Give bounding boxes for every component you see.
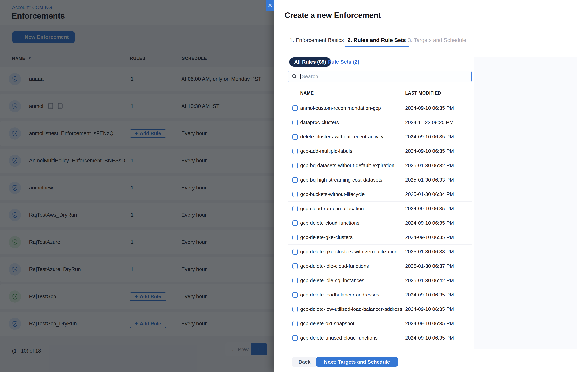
rule-column-name: NAME	[300, 90, 314, 96]
rule-checkbox[interactable]	[293, 105, 298, 111]
rule-list-header: NAME LAST MODIFIED	[288, 89, 472, 101]
rule-checkbox[interactable]	[293, 192, 298, 197]
wizard-tabs: 1. Enforcement Basics 2. Rules and Rule …	[274, 33, 588, 47]
rule-checkbox[interactable]	[293, 249, 298, 254]
rule-last-modified: 2024-09-10 06:35 PM	[405, 302, 454, 316]
search-placeholder: Search	[302, 74, 318, 80]
rule-last-modified: 2024-09-10 06:35 PM	[405, 331, 454, 345]
search-icon	[292, 74, 297, 79]
rule-checkbox[interactable]	[293, 306, 298, 312]
search-input[interactable]: Search	[288, 71, 472, 82]
rule-last-modified: 2024-09-10 06:35 PM	[405, 317, 454, 331]
all-rules-toggle[interactable]: All Rules (89)	[289, 57, 331, 66]
rule-name: dataproc-clusters	[300, 115, 339, 130]
rule-checkbox[interactable]	[293, 149, 298, 154]
rule-list-item[interactable]: anmol-custom-recommendation-gcp 2024-09-…	[288, 101, 472, 115]
rule-list-item[interactable]: gcp-bq-datasets-without-default-expirati…	[288, 158, 472, 173]
rule-last-modified: 2025-01-30 06:34 PM	[405, 187, 454, 201]
rule-list-item[interactable]: dataproc-clusters 2024-11-22 08:25 PM	[288, 115, 472, 130]
rule-last-modified: 2025-01-30 06:38 PM	[405, 245, 454, 259]
rule-name: gcp-delete-unused-cloud-functions	[300, 331, 378, 345]
rule-sets-toggle[interactable]: Rule Sets (2)	[327, 57, 359, 66]
rule-last-modified: 2024-09-10 06:35 PM	[405, 202, 454, 216]
rule-name: gcp-delete-old-snapshot	[300, 317, 354, 331]
rule-column-last-modified: LAST MODIFIED	[405, 90, 441, 96]
rule-name: gcp-delete-gke-clusters	[300, 230, 353, 244]
close-drawer-button[interactable]: ✕	[266, 0, 274, 11]
rule-checkbox[interactable]	[293, 220, 298, 226]
rule-list-item[interactable]: gcp-delete-idle-sql-instances 2025-01-30…	[288, 273, 472, 288]
rule-list-item[interactable]: gcp-cloud-run-cpu-allocation 2024-09-10 …	[288, 202, 472, 216]
rule-checkbox[interactable]	[293, 120, 298, 125]
rule-list-item[interactable]: gcp-buckets-without-lifecycle 2025-01-30…	[288, 187, 472, 202]
rule-last-modified: 2025-01-30 06:33 PM	[405, 173, 454, 187]
rule-last-modified: 2024-09-10 06:35 PM	[405, 230, 454, 244]
rule-name: gcp-add-multiple-labels	[300, 144, 352, 158]
rule-name: gcp-buckets-without-lifecycle	[300, 187, 365, 201]
rule-checkbox[interactable]	[293, 321, 298, 326]
rule-list-item[interactable]: gcp-bq-high-streaming-cost-datasets 2025…	[288, 173, 472, 187]
rule-list-item[interactable]: gcp-delete-idle-cloud-functions 2025-01-…	[288, 259, 472, 273]
create-enforcement-drawer: ✕ Create a new Enforcement 1. Enforcemen…	[274, 0, 588, 372]
rule-last-modified: 2024-09-10 06:35 PM	[405, 144, 454, 158]
rule-checkbox[interactable]	[293, 177, 298, 183]
back-button[interactable]: Back	[292, 357, 317, 367]
rule-name: gcp-cloud-run-cpu-allocation	[300, 202, 364, 216]
rule-list-item[interactable]: gcp-delete-unused-cloud-functions 2024-0…	[288, 331, 472, 345]
rule-last-modified: 2025-01-30 06:37 PM	[405, 259, 454, 273]
rule-list-item[interactable]: gcp-delete-old-snapshot 2024-09-10 06:35…	[288, 317, 472, 331]
app-screen: Account: CCM-NG Enforcements + New Enfor…	[0, 0, 588, 372]
rule-last-modified: 2024-09-10 06:35 PM	[405, 130, 454, 144]
rule-name: gcp-delete-idle-sql-instances	[300, 273, 364, 287]
rule-name: delete-clusters-without-recent-activity	[300, 130, 383, 144]
rule-checkbox[interactable]	[293, 163, 298, 168]
rule-name: gcp-bq-high-streaming-cost-datasets	[300, 173, 382, 187]
tab-rules-and-rule-sets[interactable]: 2. Rules and Rule Sets	[347, 33, 406, 47]
drawer-footer: Back Next: Targets and Schedule	[274, 357, 588, 372]
rule-name: gcp-delete-gke-clusters-with-zero-utiliz…	[300, 245, 397, 259]
rule-checkbox[interactable]	[293, 206, 298, 211]
close-icon: ✕	[267, 2, 272, 9]
tab-enforcement-basics[interactable]: 1. Enforcement Basics	[290, 33, 344, 47]
rule-checkbox[interactable]	[293, 292, 298, 298]
rule-name: gcp-delete-idle-cloud-functions	[300, 259, 369, 273]
rule-name: gcp-delete-loadbalancer-addresses	[300, 288, 379, 302]
rule-last-modified: 2024-09-10 06:35 PM	[405, 101, 454, 115]
rule-checkbox[interactable]	[293, 263, 298, 269]
rule-name: anmol-custom-recommendation-gcp	[300, 101, 381, 115]
rule-last-modified: 2025-01-30 06:32 PM	[405, 158, 454, 173]
rule-last-modified: 2025-01-30 06:42 PM	[405, 273, 454, 287]
rule-list-item[interactable]: delete-clusters-without-recent-activity …	[288, 130, 472, 144]
rule-checkbox[interactable]	[293, 235, 298, 240]
rule-checkbox[interactable]	[293, 134, 298, 140]
selected-rules-panel	[473, 57, 577, 349]
rule-last-modified: 2024-09-10 06:35 PM	[405, 288, 454, 302]
rule-checkbox[interactable]	[293, 335, 298, 341]
rule-name: gcp-delete-low-utilised-load-balancer-ad…	[300, 302, 402, 316]
rule-rows: anmol-custom-recommendation-gcp 2024-09-…	[288, 101, 472, 345]
drawer-title: Create a new Enforcement	[285, 11, 381, 20]
next-targets-schedule-button[interactable]: Next: Targets and Schedule	[316, 357, 398, 367]
rule-checkbox[interactable]	[293, 278, 298, 283]
rule-list-item[interactable]: gcp-delete-loadbalancer-addresses 2024-0…	[288, 288, 472, 302]
rule-last-modified: 2024-11-22 08:25 PM	[405, 115, 454, 130]
rule-name: gcp-bq-datasets-without-default-expirati…	[300, 158, 394, 173]
rule-last-modified: 2024-09-10 06:35 PM	[405, 216, 454, 230]
text-cursor	[300, 74, 301, 79]
rule-list-item[interactable]: gcp-delete-gke-clusters-with-zero-utiliz…	[288, 245, 472, 259]
rule-list-item[interactable]: gcp-delete-low-utilised-load-balancer-ad…	[288, 302, 472, 317]
rule-list-item[interactable]: gcp-add-multiple-labels 2024-09-10 06:35…	[288, 144, 472, 158]
rule-name: gcp-delete-cloud-functions	[300, 216, 359, 230]
tab-targets-and-schedule[interactable]: 3. Targets and Schedule	[408, 33, 466, 47]
rule-list-item[interactable]: gcp-delete-gke-clusters 2024-09-10 06:35…	[288, 230, 472, 245]
rule-list-item[interactable]: gcp-delete-cloud-functions 2024-09-10 06…	[288, 216, 472, 230]
